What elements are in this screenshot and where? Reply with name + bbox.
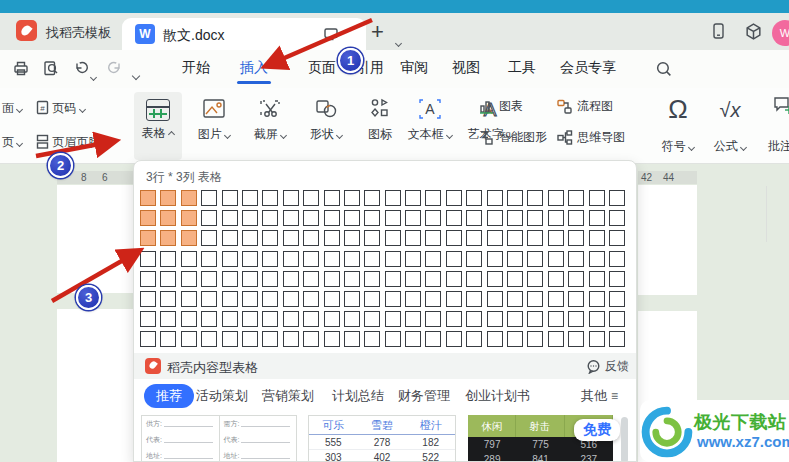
find-docer-templates-button[interactable]: 找稻壳模板 bbox=[46, 24, 111, 42]
grid-cell[interactable] bbox=[201, 291, 217, 307]
shapes-button[interactable]: 形状 bbox=[298, 92, 354, 160]
menu-tab-2[interactable]: 插入 bbox=[240, 59, 268, 77]
new-tab-button[interactable]: + bbox=[371, 21, 384, 43]
table-size-grid[interactable] bbox=[140, 190, 625, 347]
grid-cell[interactable] bbox=[303, 190, 319, 206]
ribbon-left-item-2[interactable]: 页 bbox=[2, 134, 22, 151]
grid-cell[interactable] bbox=[507, 271, 523, 287]
category-tab-5[interactable]: 财务管理 bbox=[398, 387, 450, 405]
grid-cell[interactable] bbox=[201, 331, 217, 347]
grid-cell[interactable] bbox=[140, 190, 156, 206]
grid-cell[interactable] bbox=[568, 311, 584, 327]
grid-cell[interactable] bbox=[548, 271, 564, 287]
grid-cell[interactable] bbox=[324, 311, 340, 327]
grid-cell[interactable] bbox=[609, 251, 625, 267]
grid-cell[interactable] bbox=[283, 291, 299, 307]
grid-cell[interactable] bbox=[589, 210, 605, 226]
grid-cell[interactable] bbox=[446, 291, 462, 307]
document-page[interactable] bbox=[57, 309, 133, 462]
document-page[interactable] bbox=[638, 185, 697, 295]
template-card-table[interactable]: 可乐雪碧橙汁555278182303402522 bbox=[308, 415, 456, 462]
grid-cell[interactable] bbox=[425, 271, 441, 287]
grid-cell[interactable] bbox=[242, 230, 258, 246]
grid-cell[interactable] bbox=[324, 230, 340, 246]
grid-cell[interactable] bbox=[385, 331, 401, 347]
grid-cell[interactable] bbox=[303, 271, 319, 287]
comment-button[interactable]: 批注 bbox=[768, 138, 789, 155]
grid-cell[interactable] bbox=[589, 311, 605, 327]
undo-button[interactable] bbox=[72, 60, 90, 81]
grid-cell[interactable] bbox=[303, 210, 319, 226]
textbox-button[interactable]: A 文本框 bbox=[402, 92, 458, 160]
grid-cell[interactable] bbox=[181, 271, 197, 287]
grid-cell[interactable] bbox=[446, 251, 462, 267]
grid-cell[interactable] bbox=[507, 190, 523, 206]
grid-cell[interactable] bbox=[548, 230, 564, 246]
grid-cell[interactable] bbox=[589, 331, 605, 347]
grid-cell[interactable] bbox=[568, 291, 584, 307]
grid-cell[interactable] bbox=[283, 210, 299, 226]
grid-cell[interactable] bbox=[568, 190, 584, 206]
grid-cell[interactable] bbox=[405, 210, 421, 226]
grid-cell[interactable] bbox=[405, 311, 421, 327]
grid-cell[interactable] bbox=[466, 271, 482, 287]
grid-cell[interactable] bbox=[609, 230, 625, 246]
tab-list-caret-icon[interactable] bbox=[396, 32, 401, 50]
grid-cell[interactable] bbox=[405, 190, 421, 206]
grid-cell[interactable] bbox=[385, 210, 401, 226]
more-categories-icon[interactable]: ≡ bbox=[611, 389, 618, 403]
category-tab-2[interactable]: 活动策划 bbox=[196, 387, 248, 405]
grid-cell[interactable] bbox=[140, 230, 156, 246]
grid-cell[interactable] bbox=[181, 331, 197, 347]
grid-cell[interactable] bbox=[527, 331, 543, 347]
grid-cell[interactable] bbox=[385, 291, 401, 307]
grid-cell[interactable] bbox=[242, 251, 258, 267]
grid-cell[interactable] bbox=[160, 210, 176, 226]
grid-cell[interactable] bbox=[487, 230, 503, 246]
grid-cell[interactable] bbox=[242, 311, 258, 327]
formula-button[interactable]: 公式 bbox=[704, 138, 756, 155]
grid-cell[interactable] bbox=[609, 190, 625, 206]
grid-cell[interactable] bbox=[548, 251, 564, 267]
undo-caret-icon[interactable] bbox=[91, 66, 96, 84]
grid-cell[interactable] bbox=[324, 331, 340, 347]
grid-cell[interactable] bbox=[466, 291, 482, 307]
grid-cell[interactable] bbox=[222, 210, 238, 226]
grid-cell[interactable] bbox=[527, 230, 543, 246]
grid-cell[interactable] bbox=[487, 311, 503, 327]
grid-cell[interactable] bbox=[262, 190, 278, 206]
icons-button[interactable]: 图标 bbox=[352, 92, 408, 160]
grid-cell[interactable] bbox=[262, 210, 278, 226]
grid-cell[interactable] bbox=[140, 251, 156, 267]
3d-cube-icon[interactable] bbox=[744, 22, 763, 45]
grid-cell[interactable] bbox=[446, 190, 462, 206]
grid-cell[interactable] bbox=[548, 291, 564, 307]
grid-cell[interactable] bbox=[425, 190, 441, 206]
grid-cell[interactable] bbox=[609, 291, 625, 307]
grid-cell[interactable] bbox=[466, 251, 482, 267]
user-avatar[interactable]: W bbox=[772, 20, 789, 46]
grid-cell[interactable] bbox=[466, 210, 482, 226]
grid-cell[interactable] bbox=[364, 251, 380, 267]
grid-cell[interactable] bbox=[405, 251, 421, 267]
grid-cell[interactable] bbox=[201, 251, 217, 267]
grid-cell[interactable] bbox=[507, 251, 523, 267]
menu-tab-3[interactable]: 页面 bbox=[308, 59, 336, 77]
chart-button[interactable]: 图表 bbox=[478, 98, 523, 115]
grid-cell[interactable] bbox=[609, 271, 625, 287]
grid-cell[interactable] bbox=[222, 271, 238, 287]
grid-cell[interactable] bbox=[466, 190, 482, 206]
grid-cell[interactable] bbox=[425, 291, 441, 307]
grid-cell[interactable] bbox=[446, 230, 462, 246]
grid-cell[interactable] bbox=[487, 331, 503, 347]
grid-cell[interactable] bbox=[324, 251, 340, 267]
document-page[interactable] bbox=[57, 185, 133, 293]
grid-cell[interactable] bbox=[222, 291, 238, 307]
grid-cell[interactable] bbox=[507, 331, 523, 347]
menu-tab-1[interactable]: 开始 bbox=[182, 59, 210, 77]
grid-cell[interactable] bbox=[160, 291, 176, 307]
grid-cell[interactable] bbox=[303, 311, 319, 327]
grid-cell[interactable] bbox=[283, 190, 299, 206]
grid-cell[interactable] bbox=[181, 291, 197, 307]
more-commands-caret-icon[interactable] bbox=[133, 65, 139, 83]
